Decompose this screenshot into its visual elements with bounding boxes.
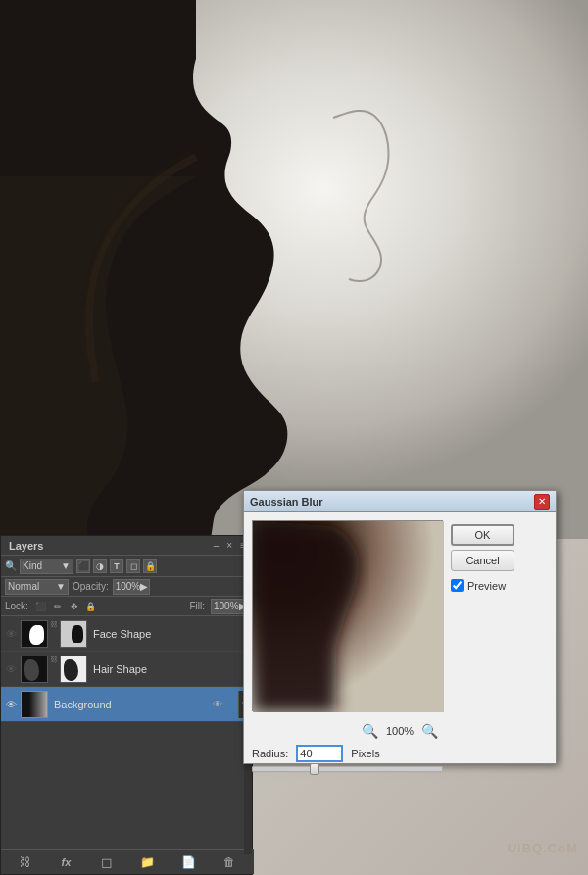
panel-minimize-btn[interactable]: – (212, 540, 221, 551)
gaussian-blur-dialog: Gaussian Blur ✕ (243, 490, 557, 764)
kind-dropdown[interactable]: Kind ▼ (20, 559, 74, 574)
blend-mode-dropdown[interactable]: Normal ▼ (5, 579, 69, 595)
watermark: UiBQ.CoM (508, 841, 578, 855)
layer-row-background[interactable]: 👁 Background 👁 ▼ (1, 687, 252, 722)
layer-name-face: Face Shape (89, 628, 250, 640)
layers-toolbar: 🔍 Kind ▼ ⬛ ◑ T ◻ 🔒 (1, 556, 252, 577)
lock-brush-icon[interactable]: ✏ (51, 600, 65, 613)
filter-icons: ⬛ ◑ T ◻ 🔒 (76, 559, 157, 573)
layers-blend-row: Normal ▼ Opacity: 100% ▶ (1, 577, 252, 597)
fill-label: Fill: (189, 601, 205, 611)
filter-pixel-icon[interactable]: ⬛ (76, 559, 90, 573)
layer-mask-btn[interactable]: ◻ (97, 853, 117, 871)
filter-adjust-icon[interactable]: ◑ (93, 559, 107, 573)
lock-icons: ⬛ ✏ ✥ 🔒 (34, 600, 98, 613)
zoom-in-icon[interactable]: 🔍 (421, 723, 438, 739)
lock-checkerboard-icon[interactable]: ⬛ (34, 600, 48, 613)
layer-chain-hair: ⛓ (49, 656, 59, 665)
layer-name-bg: Background (50, 699, 211, 710)
layer-thumbs-face: ⛓ (21, 620, 87, 648)
lock-all-icon[interactable]: 🔒 (84, 600, 98, 613)
dialog-radius-row: Radius: Pixels (244, 743, 556, 766)
filter-shape-icon[interactable]: ◻ (126, 559, 140, 573)
layer-thumb-face-1 (21, 620, 48, 648)
layers-titlebar: Layers – × ≡ (1, 536, 252, 556)
layer-chain-face: ⛓ (49, 620, 59, 630)
layers-panel: Layers – × ≡ 🔍 Kind ▼ ⬛ ◑ T ◻ 🔒 Normal ▼… (0, 535, 253, 875)
zoom-out-icon[interactable]: 🔍 (362, 723, 378, 739)
dialog-titlebar: Gaussian Blur ✕ (244, 491, 556, 512)
layer-thumb-face-2 (60, 620, 87, 648)
pixels-label: Pixels (351, 748, 379, 759)
zoom-value: 100% (386, 725, 414, 737)
layers-bottom: ⛓ fx ◻ 📁 📄 🗑 (1, 849, 254, 874)
radius-label: Radius: (252, 748, 288, 759)
layer-thumbs-hair: ⛓ (21, 656, 87, 683)
dialog-body: OK Cancel Preview (244, 512, 556, 719)
dialog-preview-canvas[interactable] (252, 520, 443, 711)
radius-slider-thumb[interactable] (310, 763, 319, 775)
dialog-buttons: OK Cancel Preview (451, 520, 514, 711)
layer-row-hair-shape[interactable]: 👁 ⛓ Hair Shape (1, 652, 252, 687)
layers-lock-row: Lock: ⬛ ✏ ✥ 🔒 Fill: 100% ▶ (1, 597, 252, 616)
dialog-slider-row (244, 766, 556, 776)
dialog-zoom-row: 🔍 100% 🔍 (244, 719, 556, 743)
layers-title-left: Layers (5, 540, 47, 552)
layer-thumbs-bg (21, 691, 48, 718)
opacity-arrow: ▶ (140, 581, 148, 592)
layer-name-hair: Hair Shape (89, 663, 250, 675)
panel-close-btn[interactable]: × (224, 540, 234, 551)
opacity-input[interactable]: 100% ▶ (113, 579, 150, 595)
preview-checkbox-row: Preview (451, 579, 514, 592)
filter-smart-icon[interactable]: 🔒 (143, 559, 157, 573)
layer-eye-hair[interactable]: 👁 (3, 661, 19, 677)
layer-eye-face[interactable]: 👁 (3, 626, 19, 642)
new-group-btn[interactable]: 📁 (138, 853, 158, 871)
cancel-button[interactable]: Cancel (451, 550, 514, 571)
dropdown-arrow: ▼ (61, 560, 71, 571)
dialog-title: Gaussian Blur (250, 496, 323, 508)
layer-thumb-hair-2 (60, 656, 87, 683)
layer-eye-bg[interactable]: 👁 (3, 697, 19, 712)
filter-type-icon[interactable]: T (110, 559, 123, 573)
girl-silhouette (0, 0, 588, 539)
ok-button[interactable]: OK (451, 524, 514, 546)
link-layers-btn[interactable]: ⛓ (16, 853, 35, 871)
layer-thumb-bg (21, 691, 48, 718)
radius-slider-track[interactable] (252, 766, 443, 772)
blend-dropdown-arrow: ▼ (56, 581, 66, 592)
preview-label[interactable]: Preview (467, 580, 506, 592)
search-icon: 🔍 (5, 560, 17, 571)
lock-label: Lock: (5, 601, 28, 611)
layer-fx-btn[interactable]: fx (56, 853, 75, 871)
layer-fx-icon: 👁 (213, 699, 222, 709)
layers-list: 👁 ⛓ Face Shape 👁 ⛓ (1, 616, 252, 722)
opacity-label: Opacity: (73, 581, 109, 592)
delete-layer-btn[interactable]: 🗑 (220, 853, 239, 871)
radius-input[interactable] (296, 745, 343, 762)
preview-checkbox[interactable] (451, 579, 464, 592)
lock-move-icon[interactable]: ✥ (68, 600, 81, 613)
new-layer-btn[interactable]: 📄 (178, 853, 198, 871)
layer-thumb-hair-1 (21, 656, 48, 683)
layers-tab-label[interactable]: Layers (5, 540, 47, 552)
dialog-close-btn[interactable]: ✕ (534, 494, 550, 510)
layer-row-face-shape[interactable]: 👁 ⛓ Face Shape (1, 616, 252, 652)
